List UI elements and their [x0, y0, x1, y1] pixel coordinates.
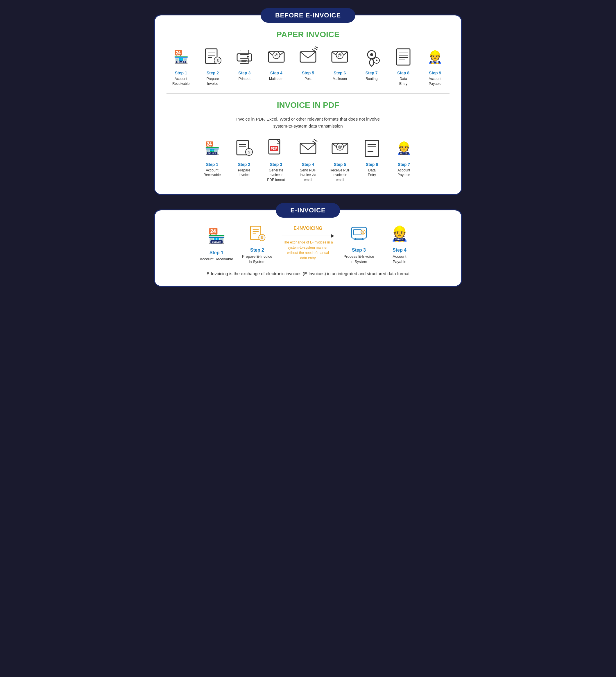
pdf-step-1-icon: 🏪 SELLER	[201, 137, 224, 160]
svg-text:@: @	[274, 53, 278, 57]
svg-line-43	[314, 139, 317, 141]
pdf-step-5: @ Step 5 Receive PDFinvoice inemail	[325, 137, 354, 182]
paper-step-9-label: Step 9	[429, 71, 441, 75]
paper-step-3-label: Step 3	[238, 71, 251, 75]
paper-invoice-steps: 🏪 SELLER Step 1 AccountReceivable	[167, 45, 449, 86]
pdf-step-5-label: Step 5	[334, 162, 346, 167]
paper-invoice-subsection: PAPER INVOICE 🏪 SELLER Step 1 AccountRec…	[167, 30, 449, 86]
paper-step-7-desc: Routing	[365, 77, 378, 81]
pdf-step-7: 👷 BUYER Step 7 AccountPayable	[389, 137, 419, 178]
svg-rect-58	[352, 227, 366, 238]
svg-text:$: $	[248, 150, 250, 154]
pdf-step-6-icon	[360, 137, 384, 160]
paper-step-2-label: Step 2	[207, 71, 219, 75]
paper-step-8-desc: DataEntry	[399, 77, 407, 86]
svg-rect-61	[353, 230, 361, 235]
paper-step-8-label: Step 8	[397, 71, 409, 75]
einvoice-step-4: 👷 BUYER Step 4 AccountPayable	[381, 222, 419, 264]
pdf-step-2-icon: $	[232, 137, 256, 160]
einvoice-step-4-label: Step 4	[393, 247, 406, 253]
before-einvoice-section: BEFORE E-INVOICE PAPER INVOICE 🏪 SELLER …	[154, 14, 462, 195]
paper-step-4-desc: Mailroom	[269, 77, 283, 81]
paper-step-6: @ Step 6 Mailroom	[325, 45, 354, 81]
pdf-invoice-steps: 🏪 SELLER Step 1 AccountReceivable	[167, 137, 449, 182]
paper-step-6-desc: Mailroom	[333, 77, 347, 81]
section-divider-1	[167, 93, 449, 94]
pdf-step-6: Step 6 DataEntry	[357, 137, 387, 178]
paper-step-9-desc: AccountPayable	[429, 77, 441, 86]
paper-step-7-label: Step 7	[365, 71, 378, 75]
pdf-step-4: Step 4 Send PDFInvoice viaemail	[294, 137, 322, 182]
einvoice-section: E-INVOICE 🏪 SELLER Step 1 Account Receiv…	[154, 210, 462, 287]
paper-step-5-icon	[296, 45, 320, 68]
pdf-step-3-desc: GenerateInvoice inPDF format	[267, 168, 285, 182]
paper-step-3-icon	[233, 45, 256, 68]
paper-step-5: Step 5 Post	[294, 45, 322, 81]
einvoice-step-3-label: Step 3	[352, 247, 366, 253]
paper-step-8: Step 8 DataEntry	[389, 45, 417, 86]
pdf-step-6-label: Step 6	[366, 162, 378, 167]
svg-point-9	[247, 56, 249, 57]
before-einvoice-title: BEFORE E-INVOICE	[261, 8, 355, 22]
einvoice-title: E-INVOICE	[276, 203, 340, 218]
paper-step-1-desc: AccountReceivable	[172, 77, 189, 86]
pdf-step-1-desc: AccountReceivable	[204, 168, 221, 178]
svg-rect-26	[397, 49, 410, 65]
paper-step-7: Step 7 Routing	[357, 45, 386, 81]
svg-text:$: $	[261, 236, 263, 240]
einvoice-step-1-label: Step 1	[210, 250, 223, 256]
paper-step-4-label: Step 4	[270, 71, 282, 75]
svg-text:$: $	[217, 59, 219, 63]
paper-step-2-desc: PrepareInvoice	[207, 77, 219, 86]
pdf-step-3-icon: PDF	[264, 137, 288, 160]
pdf-step-2: $ Step 2 PrepareInvoice	[229, 137, 259, 178]
paper-step-6-icon: @	[328, 45, 351, 68]
paper-step-7-icon	[360, 45, 383, 68]
pdf-step-1: 🏪 SELLER Step 1 AccountReceivable	[197, 137, 227, 178]
svg-rect-47	[365, 140, 379, 156]
einvoice-step-2-desc: Prepare E-Invoicein System	[242, 254, 272, 264]
svg-point-25	[376, 59, 378, 61]
pdf-step-7-desc: AccountPayable	[397, 168, 410, 178]
svg-line-17	[314, 48, 317, 50]
paper-step-3-desc: Printout	[238, 77, 251, 81]
paper-step-9: 👷 BUYER Step 9 AccountPayable	[421, 45, 449, 86]
einvoice-step-3-desc: Process E-Invoicein System	[344, 254, 374, 264]
svg-point-23	[370, 53, 373, 56]
einvoice-step-2: $ Step 2 Prepare E-Invoicein System	[238, 222, 276, 264]
paper-step-4-icon: @	[265, 45, 288, 68]
pdf-step-7-label: Step 7	[398, 162, 410, 167]
pdf-step-7-icon: 👷 BUYER	[392, 137, 415, 160]
paper-step-6-label: Step 6	[334, 71, 346, 75]
einvoice-step-4-desc: AccountPayable	[393, 254, 406, 264]
paper-step-1-label: Step 1	[175, 71, 187, 75]
pdf-invoice-title: INVOICE IN PDF	[167, 100, 449, 110]
paper-step-5-label: Step 5	[302, 71, 314, 75]
paper-step-1-icon: 🏪 SELLER	[169, 45, 193, 68]
pdf-step-4-label: Step 4	[302, 162, 314, 167]
pdf-invoice-subsection: INVOICE IN PDF Invoice in PDF, Excel, Wo…	[167, 100, 449, 182]
einvoice-steps-row: 🏪 SELLER Step 1 Account Receivable $ Ste…	[167, 222, 449, 264]
einvoice-footer: E-Invoicing is the exchange of electroni…	[167, 270, 449, 277]
svg-text:$: $	[362, 231, 364, 234]
arrow-bar	[282, 236, 331, 236]
einvoice-step-4-icon: 👷 BUYER	[388, 222, 411, 245]
arrow-head	[331, 234, 334, 238]
svg-line-18	[315, 46, 318, 48]
paper-invoice-title: PAPER INVOICE	[167, 30, 449, 39]
paper-step-4: @ Step 4 Mailroom	[262, 45, 291, 81]
pdf-step-3: PDF Step 3 GenerateInvoice inPDF format	[262, 137, 291, 182]
einvoicing-arrow-box: E-INVOICING The exchange of E-Invoices i…	[279, 226, 337, 261]
paper-step-5-desc: Post	[305, 77, 311, 81]
pdf-step-2-desc: PrepareInvoice	[238, 168, 251, 178]
paper-step-2: $ Step 2 PrepareInvoice	[198, 45, 227, 86]
paper-step-9-icon: 👷 BUYER	[423, 45, 447, 68]
svg-text:@: @	[338, 53, 342, 57]
einvoice-step-1-icon: 🏪 SELLER	[205, 225, 228, 248]
einvoicing-desc: The exchange of E-Invoices in asystem-to…	[283, 240, 333, 261]
einvoice-step-3: $ Step 3 Process E-Invoicein System	[340, 222, 378, 264]
arrow-line	[282, 234, 334, 238]
paper-step-8-icon	[392, 45, 415, 68]
svg-text:PDF: PDF	[271, 147, 277, 150]
pdf-step-2-label: Step 2	[238, 162, 250, 167]
